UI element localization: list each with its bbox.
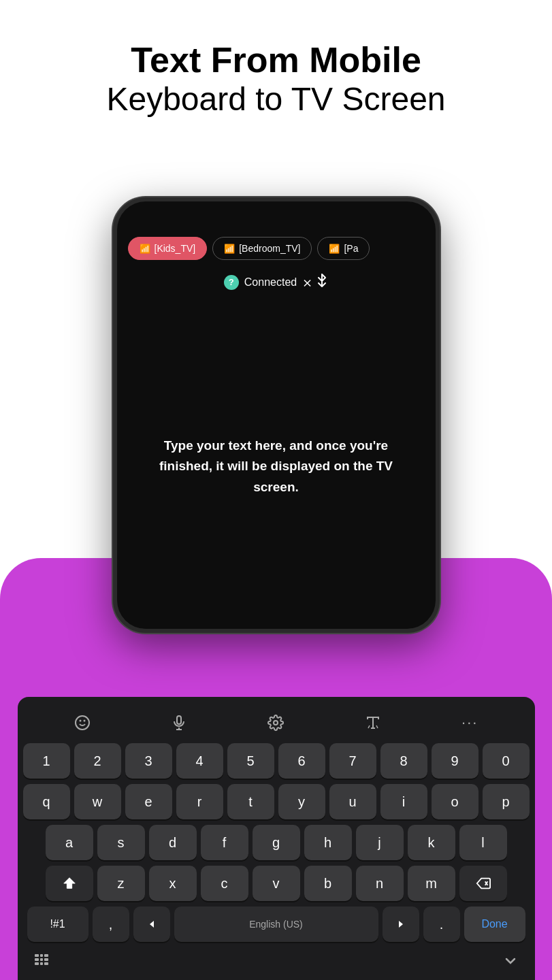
right-arrow-key[interactable] bbox=[383, 906, 419, 942]
key-i[interactable]: i bbox=[380, 784, 427, 819]
key-9[interactable]: 9 bbox=[432, 743, 478, 779]
svg-marker-9 bbox=[150, 921, 154, 928]
symbols-key[interactable]: !#1 bbox=[27, 906, 88, 942]
svg-rect-18 bbox=[40, 962, 43, 965]
phone-screen: 📶 [Kids_TV] 📶 [Bedroom_TV] 📶 [Pa ? Conne… bbox=[117, 201, 436, 629]
key-m[interactable]: m bbox=[408, 866, 455, 901]
svg-rect-19 bbox=[44, 962, 48, 965]
svg-rect-12 bbox=[40, 954, 43, 957]
keyboard-toolbar: ··· bbox=[23, 704, 530, 743]
key-6[interactable]: 6 bbox=[278, 743, 325, 779]
header-title: Text From Mobile bbox=[0, 41, 552, 80]
tv-chip-bedroom-label: [Bedroom_TV] bbox=[239, 243, 300, 254]
question-circle-icon: ? bbox=[224, 275, 239, 290]
key-s[interactable]: s bbox=[97, 825, 145, 860]
connected-status: ? Connected ⨯ bbox=[117, 268, 436, 304]
mic-button[interactable] bbox=[164, 708, 194, 738]
asdf-row: a s d f g h j k l bbox=[23, 825, 530, 860]
key-d[interactable]: d bbox=[149, 825, 197, 860]
svg-rect-17 bbox=[35, 962, 39, 965]
wifi-icon-bedroom: 📶 bbox=[224, 244, 235, 254]
keyboard-bottom-bar bbox=[23, 947, 530, 980]
space-key[interactable]: English (US) bbox=[174, 906, 378, 942]
bottom-row: !#1 , English (US) . Done bbox=[23, 906, 530, 942]
key-2[interactable]: 2 bbox=[74, 743, 121, 779]
wifi-icon-kids: 📶 bbox=[140, 244, 150, 254]
qwerty-row: q w e r t y u i o p bbox=[23, 784, 530, 819]
key-8[interactable]: 8 bbox=[380, 743, 427, 779]
key-f[interactable]: f bbox=[201, 825, 248, 860]
key-l[interactable]: l bbox=[459, 825, 507, 860]
svg-point-0 bbox=[76, 716, 89, 730]
key-5[interactable]: 5 bbox=[227, 743, 274, 779]
key-x[interactable]: x bbox=[149, 866, 197, 901]
emoji-button[interactable] bbox=[67, 708, 97, 738]
phone-body-text: Type your text here, and once you're fin… bbox=[144, 436, 408, 497]
phone-container: 📶 [Kids_TV] 📶 [Bedroom_TV] 📶 [Pa ? Conne… bbox=[113, 197, 440, 633]
connected-label: Connected bbox=[244, 276, 297, 289]
text-style-button[interactable] bbox=[358, 708, 388, 738]
key-z[interactable]: z bbox=[97, 866, 145, 901]
key-1[interactable]: 1 bbox=[23, 743, 70, 779]
shift-key[interactable] bbox=[46, 866, 93, 901]
svg-rect-16 bbox=[44, 958, 48, 961]
key-n[interactable]: n bbox=[356, 866, 404, 901]
svg-rect-14 bbox=[35, 958, 39, 961]
key-4[interactable]: 4 bbox=[176, 743, 223, 779]
number-row: 1 2 3 4 5 6 7 8 9 0 bbox=[23, 743, 530, 779]
header: Text From Mobile Keyboard to TV Screen bbox=[0, 41, 552, 119]
key-g[interactable]: g bbox=[253, 825, 300, 860]
settings-button[interactable] bbox=[261, 708, 291, 738]
key-v[interactable]: v bbox=[253, 866, 300, 901]
backspace-key[interactable] bbox=[459, 866, 507, 901]
key-7[interactable]: 7 bbox=[329, 743, 376, 779]
header-subtitle: Keyboard to TV Screen bbox=[0, 80, 552, 119]
key-o[interactable]: o bbox=[432, 784, 478, 819]
tv-chip-kids-label: [Kids_TV] bbox=[155, 243, 196, 254]
key-c[interactable]: c bbox=[201, 866, 248, 901]
svg-rect-11 bbox=[35, 954, 39, 957]
left-arrow-key[interactable] bbox=[133, 906, 170, 942]
phone-main-text: Type your text here, and once you're fin… bbox=[117, 304, 436, 629]
key-w[interactable]: w bbox=[74, 784, 121, 819]
more-dots-icon: ··· bbox=[461, 714, 478, 732]
svg-rect-15 bbox=[40, 958, 43, 961]
key-p[interactable]: p bbox=[483, 784, 530, 819]
key-3[interactable]: 3 bbox=[125, 743, 172, 779]
svg-rect-3 bbox=[177, 716, 181, 724]
key-a[interactable]: a bbox=[46, 825, 93, 860]
key-h[interactable]: h bbox=[304, 825, 352, 860]
keyboard-grid-icon[interactable] bbox=[34, 953, 49, 971]
key-k[interactable]: k bbox=[408, 825, 455, 860]
key-0[interactable]: 0 bbox=[483, 743, 530, 779]
keyboard-down-icon[interactable] bbox=[502, 953, 519, 972]
period-key[interactable]: . bbox=[423, 906, 460, 942]
svg-point-4 bbox=[274, 721, 278, 725]
key-e[interactable]: e bbox=[125, 784, 172, 819]
tv-chip-pa[interactable]: 📶 [Pa bbox=[317, 237, 370, 260]
phone-frame: 📶 [Kids_TV] 📶 [Bedroom_TV] 📶 [Pa ? Conne… bbox=[113, 197, 440, 633]
done-key[interactable]: Done bbox=[464, 906, 525, 942]
key-u[interactable]: u bbox=[329, 784, 376, 819]
keyboard-container: ··· 1 2 3 4 5 6 7 8 9 0 q w e r t y u i … bbox=[18, 697, 535, 980]
svg-rect-13 bbox=[44, 954, 48, 957]
key-r[interactable]: r bbox=[176, 784, 223, 819]
more-button[interactable]: ··· bbox=[455, 708, 485, 738]
tv-chips: 📶 [Kids_TV] 📶 [Bedroom_TV] 📶 [Pa bbox=[117, 201, 436, 268]
comma-key[interactable]: , bbox=[93, 906, 129, 942]
tv-chip-pa-label: [Pa bbox=[344, 243, 358, 254]
zxcv-row: z x c v b n m bbox=[23, 866, 530, 901]
wifi-icon-pa: 📶 bbox=[329, 244, 340, 254]
key-y[interactable]: y bbox=[278, 784, 325, 819]
tv-chip-kids[interactable]: 📶 [Kids_TV] bbox=[128, 237, 208, 260]
key-q[interactable]: q bbox=[23, 784, 70, 819]
svg-marker-10 bbox=[399, 921, 403, 928]
key-t[interactable]: t bbox=[227, 784, 274, 819]
bluetooth-icon: ⨯ bbox=[302, 274, 328, 291]
tv-chip-bedroom[interactable]: 📶 [Bedroom_TV] bbox=[212, 237, 312, 260]
key-b[interactable]: b bbox=[304, 866, 352, 901]
key-j[interactable]: j bbox=[356, 825, 404, 860]
